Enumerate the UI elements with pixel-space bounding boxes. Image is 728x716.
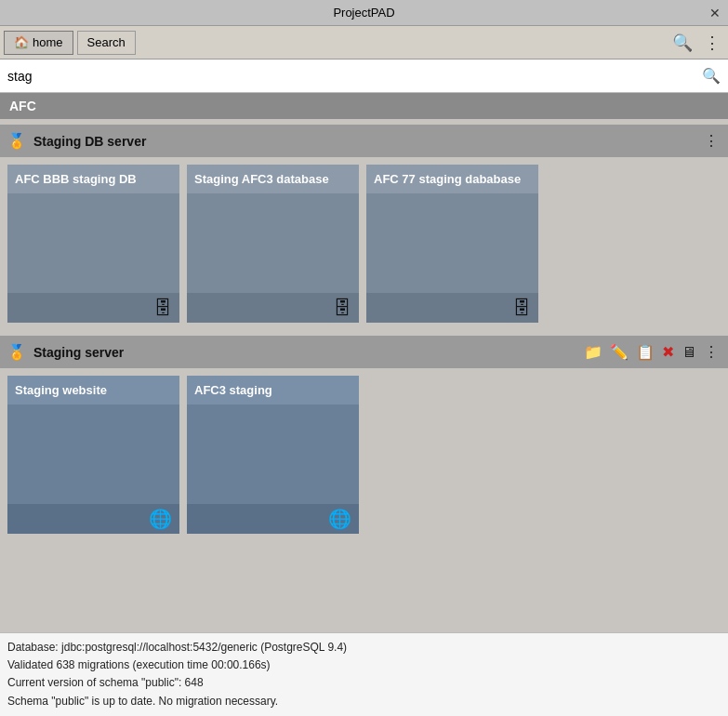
db-card-1-footer: 🗄 <box>7 293 179 323</box>
more-icon: ⋮ <box>704 33 721 52</box>
search-input[interactable] <box>0 60 695 92</box>
app-title: ProjectPAD <box>333 6 394 20</box>
more-menu-button[interactable]: ⋮ <box>700 31 724 55</box>
folder-icon: 📁 <box>584 344 602 360</box>
server-group-header-staging: 🏅 Staging server 📁 ✏️ 📋 ✖ 🖥 <box>0 336 728 368</box>
status-line-4: Schema "public" is up to date. No migrat… <box>7 693 721 710</box>
home-button[interactable]: 🏠 home <box>4 31 73 55</box>
section-title-afc: AFC <box>9 99 36 113</box>
server-actions: 📁 ✏️ 📋 ✖ 🖥 ⋮ <box>582 341 721 363</box>
web-card-1-title: Staging website <box>7 376 179 404</box>
db-card-3-footer: 🗄 <box>366 293 538 323</box>
edit-icon: ✏️ <box>610 344 629 360</box>
db-card-2-footer: 🗄 <box>187 293 359 323</box>
screen-button[interactable]: 🖥 <box>680 342 698 363</box>
search-tab-label: Search <box>87 35 126 49</box>
db-icon-3: 🗄 <box>512 298 531 319</box>
server-more-button[interactable]: ⋮ <box>702 341 721 363</box>
db-card-2[interactable]: Staging AFC3 database 🗄 <box>187 165 359 323</box>
db-card-1[interactable]: AFC BBB staging DB 🗄 <box>7 165 179 323</box>
db-card-3-title: AFC 77 staging dababase <box>366 165 538 193</box>
db-card-3[interactable]: AFC 77 staging dababase 🗄 <box>366 165 538 323</box>
toolbar: 🏠 home Search 🔍 ⋮ <box>0 26 728 60</box>
db-card-3-body <box>366 193 538 293</box>
edit-button[interactable]: ✏️ <box>608 341 630 363</box>
web-card-2[interactable]: AFC3 staging 🌐 <box>187 376 359 534</box>
close-button[interactable]: ✕ <box>709 6 721 20</box>
web-card-1[interactable]: Staging website 🌐 <box>7 376 179 534</box>
close-icon: ✖ <box>662 344 674 360</box>
main-content: AFC 🏅 Staging DB server ⋮ AFC BBB stagin… <box>0 93 728 632</box>
copy-icon: 📋 <box>636 344 655 360</box>
db-icon-1: 🗄 <box>153 298 172 319</box>
status-line-2: Validated 638 migrations (execution time… <box>7 656 721 674</box>
server-group-header-staging-db: 🏅 Staging DB server ⋮ <box>0 125 728 157</box>
search-bar: 🔍 <box>0 60 728 93</box>
status-bar: Database: jdbc:postgresql://localhost:54… <box>0 632 728 716</box>
web-card-2-footer: 🌐 <box>187 504 359 534</box>
server-group-title-staging: Staging server <box>33 345 575 360</box>
more-icon-2: ⋮ <box>704 344 719 360</box>
search-icon: 🔍 <box>672 33 693 52</box>
db-card-2-title: Staging AFC3 database <box>187 165 359 193</box>
web-card-1-body <box>7 404 179 504</box>
db-card-1-body <box>7 193 179 293</box>
web-icon-1: 🌐 <box>149 508 172 530</box>
web-card-2-title: AFC3 staging <box>187 376 359 404</box>
db-icon-2: 🗄 <box>333 298 351 319</box>
db-card-2-body <box>187 193 359 293</box>
db-cards-grid: AFC BBB staging DB 🗄 Staging AFC3 databa… <box>0 157 728 330</box>
search-tab-button[interactable]: Search <box>77 31 136 55</box>
screen-icon: 🖥 <box>682 344 696 360</box>
copy-button[interactable]: 📋 <box>634 341 656 363</box>
db-card-1-title: AFC BBB staging DB <box>7 165 179 193</box>
web-card-2-body <box>187 404 359 504</box>
server-medal-icon: 🏅 <box>7 132 26 151</box>
delete-button[interactable]: ✖ <box>660 341 676 363</box>
web-card-1-footer: 🌐 <box>7 504 179 534</box>
server-group-staging: 🏅 Staging server 📁 ✏️ 📋 ✖ 🖥 <box>0 336 728 541</box>
server-medal-icon-2: 🏅 <box>7 343 26 362</box>
status-line-3: Current version of schema "public": 648 <box>7 674 721 692</box>
server-group-staging-db: 🏅 Staging DB server ⋮ AFC BBB staging DB… <box>0 125 728 330</box>
title-bar: ProjectPAD ✕ <box>0 0 728 26</box>
folder-button[interactable]: 📁 <box>582 341 604 363</box>
search-icon-button[interactable]: 🔍 <box>668 31 696 55</box>
search-submit-button[interactable]: 🔍 <box>695 63 728 88</box>
status-line-1: Database: jdbc:postgresql://localhost:54… <box>7 639 721 656</box>
home-label: home <box>33 35 63 49</box>
server-more-button-db[interactable]: ⋮ <box>702 130 721 152</box>
server-group-title-staging-db: Staging DB server <box>33 134 695 149</box>
section-header-afc: AFC <box>0 93 728 119</box>
web-icon-2: 🌐 <box>328 508 351 530</box>
home-icon: 🏠 <box>14 35 29 49</box>
web-cards-grid: Staging website 🌐 AFC3 staging 🌐 <box>0 368 728 541</box>
search-submit-icon: 🔍 <box>702 68 721 84</box>
